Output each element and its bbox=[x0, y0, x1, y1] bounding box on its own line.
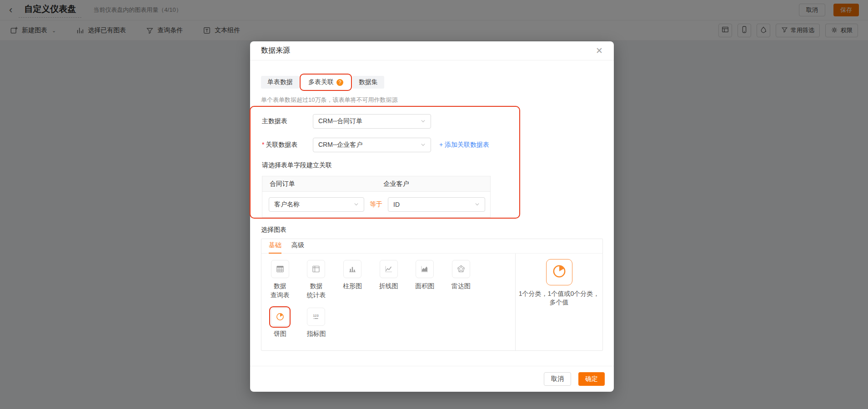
chart-type-label: 雷达图 bbox=[452, 281, 471, 290]
chart-panel-body: 数据 查询表数据 统计表柱形图折线图面积图雷达图饼图123指标图 1个分类，1个… bbox=[261, 254, 602, 350]
chart-type-table[interactable]: 数据 查询表 bbox=[262, 260, 298, 299]
metric-icon: 123 bbox=[307, 308, 325, 326]
main-table-label: 主数据表 bbox=[262, 117, 313, 125]
tab-dataset[interactable]: 数据集 bbox=[352, 76, 384, 89]
table-icon bbox=[271, 260, 289, 278]
chart-select-label: 选择图表 bbox=[261, 226, 603, 234]
tab-multi-table[interactable]: 多表关联 ? bbox=[302, 76, 350, 89]
chart-type-label: 折线图 bbox=[379, 281, 398, 290]
chart-tabs: 基础 高级 bbox=[261, 239, 602, 254]
related-table-label: *关联数据表 bbox=[262, 141, 313, 149]
chevron-down-icon bbox=[421, 118, 426, 125]
related-table-value: CRM--企业客户 bbox=[318, 141, 362, 149]
related-table-row: *关联数据表 CRM--企业客户 + 添加关联数据表 bbox=[262, 138, 603, 152]
help-badge-icon[interactable]: ? bbox=[336, 79, 343, 86]
chart-grid: 数据 查询表数据 统计表柱形图折线图面积图雷达图饼图123指标图 bbox=[261, 254, 516, 350]
chart-type-label: 面积图 bbox=[415, 281, 434, 290]
main-table-select[interactable]: CRM--合同订单 bbox=[313, 114, 431, 129]
chart-type-label: 数据 查询表 bbox=[271, 281, 290, 299]
chevron-down-icon bbox=[421, 141, 426, 149]
area-icon bbox=[416, 260, 434, 278]
tab-single-table[interactable]: 单表数据 bbox=[261, 76, 299, 89]
right-field-value: ID bbox=[393, 201, 400, 208]
modal-title: 数据来源 bbox=[261, 46, 290, 55]
modal-confirm-button[interactable]: 确定 bbox=[578, 372, 605, 386]
modal-header: 数据来源 ✕ bbox=[250, 41, 614, 60]
add-related-table-link[interactable]: + 添加关联数据表 bbox=[439, 141, 489, 149]
chart-type-line[interactable]: 折线图 bbox=[371, 260, 407, 299]
related-table-select[interactable]: CRM--企业客户 bbox=[313, 138, 431, 152]
chart-type-column[interactable]: 柱形图 bbox=[334, 260, 371, 299]
left-field-select[interactable]: 客户名称 bbox=[269, 197, 364, 212]
tab-basic[interactable]: 基础 bbox=[269, 241, 281, 253]
modal-body: 单表数据 多表关联 ? 数据集 单个表单数据超过10万条，该表单将不可用作数据源… bbox=[250, 60, 614, 351]
right-table-header: 企业客户 bbox=[376, 176, 491, 191]
column-icon bbox=[343, 260, 361, 278]
left-field-value: 客户名称 bbox=[274, 200, 300, 209]
svg-text:123: 123 bbox=[313, 314, 319, 318]
chevron-down-icon bbox=[475, 201, 480, 208]
equals-operator: 等于 bbox=[370, 200, 382, 209]
chart-panel: 基础 高级 数据 查询表数据 统计表柱形图折线图面积图雷达图饼图123指标图 bbox=[261, 239, 603, 351]
close-icon[interactable]: ✕ bbox=[596, 46, 603, 55]
modal-cancel-button[interactable]: 取消 bbox=[544, 372, 571, 386]
chart-type-label: 柱形图 bbox=[343, 281, 362, 290]
dashboard-editor: ‹ 自定义仪表盘 当前仪表盘内的图表用量（4/10） 取消 保存 新建图表 ⌄ … bbox=[0, 0, 868, 409]
pie-chart-icon bbox=[552, 264, 567, 280]
relation-field-hint: 请选择表单字段建立关联 bbox=[262, 161, 603, 170]
data-source-modal: 数据来源 ✕ 单表数据 多表关联 ? 数据集 单个表单数据超过10万条，该表单将… bbox=[250, 41, 614, 392]
chart-type-label: 指标图 bbox=[306, 329, 326, 338]
pivot-icon bbox=[307, 260, 325, 278]
preview-caption: 1个分类，1个值或0个分类，多个值 bbox=[517, 289, 602, 307]
relation-table-header: 合同订单 企业客户 bbox=[262, 176, 490, 192]
chart-type-area[interactable]: 面积图 bbox=[406, 260, 443, 299]
data-limit-hint: 单个表单数据超过10万条，该表单将不可用作数据源 bbox=[261, 96, 603, 104]
relation-table: 合同订单 企业客户 客户名称 等于 ID bbox=[262, 176, 491, 218]
pie-chart-preview-cell[interactable] bbox=[546, 259, 572, 285]
chart-preview: 1个分类，1个值或0个分类，多个值 bbox=[516, 254, 602, 350]
tab-multi-table-label: 多表关联 bbox=[308, 78, 334, 86]
data-source-tabs: 单表数据 多表关联 ? 数据集 bbox=[261, 76, 603, 89]
main-table-row: 主数据表 CRM--合同订单 bbox=[262, 114, 603, 129]
radar-icon bbox=[452, 260, 470, 278]
chart-type-metric[interactable]: 123指标图 bbox=[298, 308, 335, 338]
relation-form: 主数据表 CRM--合同订单 *关联数据表 CRM--企业客户 bbox=[261, 110, 603, 218]
left-table-header: 合同订单 bbox=[262, 176, 376, 191]
chart-type-pie[interactable]: 饼图 bbox=[262, 308, 298, 338]
main-table-value: CRM--合同订单 bbox=[318, 117, 362, 125]
required-asterisk: * bbox=[262, 141, 264, 148]
relation-table-row: 客户名称 等于 ID bbox=[262, 192, 490, 217]
right-field-select[interactable]: ID bbox=[388, 197, 485, 212]
chart-type-pivot[interactable]: 数据 统计表 bbox=[298, 260, 335, 299]
chevron-down-icon bbox=[354, 201, 359, 208]
chart-type-label: 数据 统计表 bbox=[306, 281, 326, 299]
modal-footer: 取消 确定 bbox=[250, 366, 614, 392]
line-icon bbox=[380, 260, 398, 278]
chart-type-label: 饼图 bbox=[274, 329, 286, 338]
chart-type-radar[interactable]: 雷达图 bbox=[443, 260, 479, 299]
tab-advanced[interactable]: 高级 bbox=[291, 241, 304, 253]
pie-icon bbox=[271, 308, 289, 326]
